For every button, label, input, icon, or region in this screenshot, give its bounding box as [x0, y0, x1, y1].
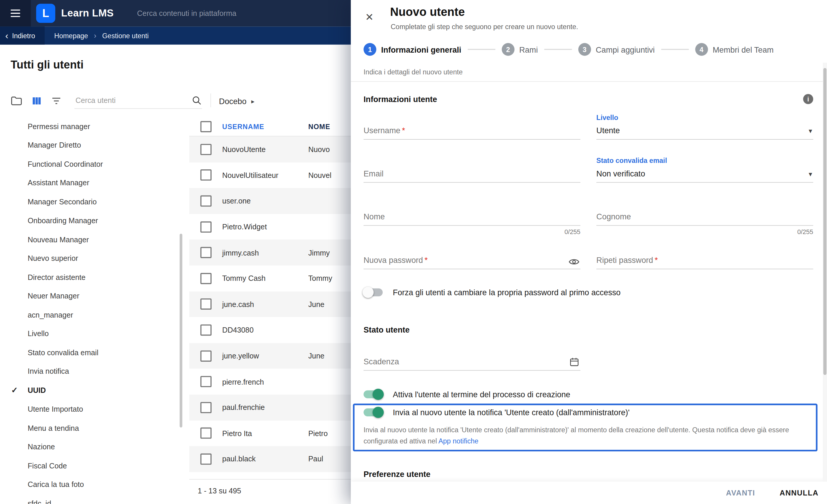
sidebar-item[interactable]: Livello — [0, 324, 184, 343]
filter-icon[interactable] — [49, 94, 63, 107]
sidebar-item[interactable]: Director asistente — [0, 268, 184, 286]
row-checkbox[interactable] — [200, 453, 211, 464]
columns-view-icon[interactable] — [30, 94, 44, 107]
column-header-username[interactable]: USERNAME — [222, 122, 308, 130]
nome-field[interactable]: Nome — [363, 207, 580, 226]
global-search-input[interactable] — [136, 8, 308, 18]
back-button[interactable]: ‹ Indietro — [0, 26, 45, 44]
scadenza-label: Scadenza — [363, 357, 399, 366]
row-checkbox[interactable] — [200, 195, 211, 207]
modal-scrollbar[interactable] — [823, 68, 826, 375]
email-label: Email — [363, 169, 384, 178]
chevron-left-icon: ‹ — [5, 32, 8, 39]
required-mark: * — [402, 126, 405, 135]
sidebar-item[interactable]: Manager Secondario — [0, 192, 184, 211]
sidebar-item[interactable]: Manager Diretto — [0, 135, 184, 154]
livello-select[interactable]: Livello Utente ▾ — [596, 113, 813, 139]
section-preferenze-utente: Preferenze utente — [363, 469, 430, 479]
sidebar-item[interactable]: Assistant Manager — [0, 173, 184, 192]
force-password-toggle-row: Forza gli utenti a cambiare la propria p… — [363, 288, 620, 297]
email-field[interactable]: Email — [363, 164, 580, 183]
branch-selector[interactable]: Docebo ▸ — [219, 97, 254, 106]
cancel-button[interactable]: ANNULLA — [776, 488, 822, 498]
repeat-password-label: Ripeti password — [596, 256, 653, 265]
force-password-toggle[interactable] — [363, 288, 383, 296]
email-status-select[interactable]: Stato convalida email Non verificato ▾ — [596, 157, 813, 183]
sidebar-item[interactable]: acn_manager — [0, 305, 184, 324]
send-notification-label: Invia al nuovo utente la notifica 'Utent… — [393, 408, 630, 417]
sidebar-item-label: UUID — [28, 386, 46, 395]
row-checkbox[interactable] — [200, 247, 211, 258]
row-checkbox[interactable] — [200, 299, 211, 310]
sidebar-item[interactable]: sfdc_id — [0, 494, 184, 504]
search-icon[interactable] — [191, 95, 202, 106]
send-notification-toggle[interactable] — [363, 408, 383, 416]
sidebar-scrollbar[interactable] — [180, 234, 182, 428]
row-checkbox[interactable] — [200, 350, 211, 361]
app-name: Learn LMS — [61, 7, 114, 19]
step-membri-del-team[interactable]: 4 Membri del Team — [695, 43, 774, 56]
sidebar-item[interactable]: Nouveau Manager — [0, 230, 184, 249]
folder-icon[interactable] — [10, 94, 23, 107]
step-label: Membri del Team — [713, 45, 773, 54]
sidebar-item[interactable]: Utente Importato — [0, 400, 184, 418]
row-checkbox[interactable] — [200, 170, 211, 181]
step-number: 3 — [578, 43, 591, 56]
sidebar-item[interactable]: Menu a tendina — [0, 418, 184, 437]
step-rami[interactable]: 2 Rami — [502, 43, 538, 56]
sidebar-item[interactable]: Nuevo superior — [0, 249, 184, 268]
nome-label: Nome — [363, 212, 385, 221]
sidebar-item[interactable]: Functional Coordinator — [0, 155, 184, 173]
sidebar-item[interactable]: Carica la tua foto — [0, 475, 184, 494]
app-notifiche-link[interactable]: App notifiche — [439, 437, 479, 445]
step-campi-aggiuntivi[interactable]: 3 Campi aggiuntivi — [578, 43, 655, 56]
sidebar-item-selected[interactable]: ✓ UUID — [0, 381, 184, 400]
info-icon[interactable]: i — [803, 94, 813, 104]
select-all-checkbox[interactable] — [200, 121, 211, 132]
row-checkbox[interactable] — [200, 221, 211, 232]
step-informazioni-generali[interactable]: 1 Informazioni generali — [363, 43, 461, 56]
sidebar-item[interactable]: Stato convalida email — [0, 343, 184, 362]
back-label: Indietro — [12, 32, 35, 40]
sidebar-item-label: Manager Secondario — [28, 197, 97, 206]
sidebar-item-label: Stato convalida email — [28, 348, 98, 357]
row-checkbox[interactable] — [200, 273, 211, 284]
repeat-password-field[interactable]: Ripeti password* — [596, 250, 813, 269]
activate-user-toggle[interactable] — [363, 390, 383, 398]
modal-hint-text: Indica i dettagli del nuovo utente — [363, 68, 463, 76]
username-field[interactable]: Username* — [363, 121, 580, 140]
pagination-info: 1 - 13 su 495 — [198, 486, 241, 495]
step-number: 4 — [695, 43, 708, 56]
close-icon[interactable]: ✕ — [365, 11, 374, 23]
calendar-icon[interactable] — [569, 357, 579, 367]
row-checkbox[interactable] — [200, 324, 211, 336]
step-number: 2 — [502, 43, 515, 56]
row-checkbox[interactable] — [200, 402, 211, 413]
sidebar-item[interactable]: Neuer Manager — [0, 286, 184, 305]
sidebar-item-label: Fiscal Code — [28, 461, 67, 470]
eye-icon[interactable] — [569, 258, 579, 266]
step-label: Informazioni generali — [381, 45, 461, 54]
scadenza-field[interactable]: Scadenza — [363, 352, 580, 371]
breadcrumb-current[interactable]: Gestione utenti — [102, 32, 149, 40]
users-search-input[interactable] — [75, 96, 191, 105]
users-search-field[interactable] — [75, 92, 202, 109]
new-password-field[interactable]: Nuova password* — [363, 250, 580, 269]
notification-description-text: Invia al nuovo utente la notifica 'Utent… — [363, 426, 789, 445]
row-checkbox[interactable] — [200, 376, 211, 387]
sidebar-item[interactable]: Invia notifica — [0, 362, 184, 381]
hamburger-menu-icon[interactable] — [0, 0, 31, 26]
sidebar-item[interactable]: Nazione — [0, 437, 184, 456]
row-checkbox[interactable] — [200, 428, 211, 439]
modal-title: Nuovo utente — [390, 5, 465, 19]
sidebar-item[interactable]: Permessi manager — [0, 117, 184, 135]
breadcrumb-home[interactable]: Homepage — [54, 32, 88, 40]
breadcrumb-separator-icon: › — [94, 32, 96, 40]
sidebar-item-label: Invia notifica — [28, 367, 69, 376]
sidebar-item[interactable]: Onboarding Manager — [0, 211, 184, 230]
sidebar-item-label: Nuevo superior — [28, 254, 78, 263]
row-checkbox[interactable] — [200, 144, 211, 155]
next-button[interactable]: AVANTI — [723, 488, 759, 498]
cognome-field[interactable]: Cognome — [596, 207, 813, 226]
sidebar-item[interactable]: Fiscal Code — [0, 456, 184, 475]
